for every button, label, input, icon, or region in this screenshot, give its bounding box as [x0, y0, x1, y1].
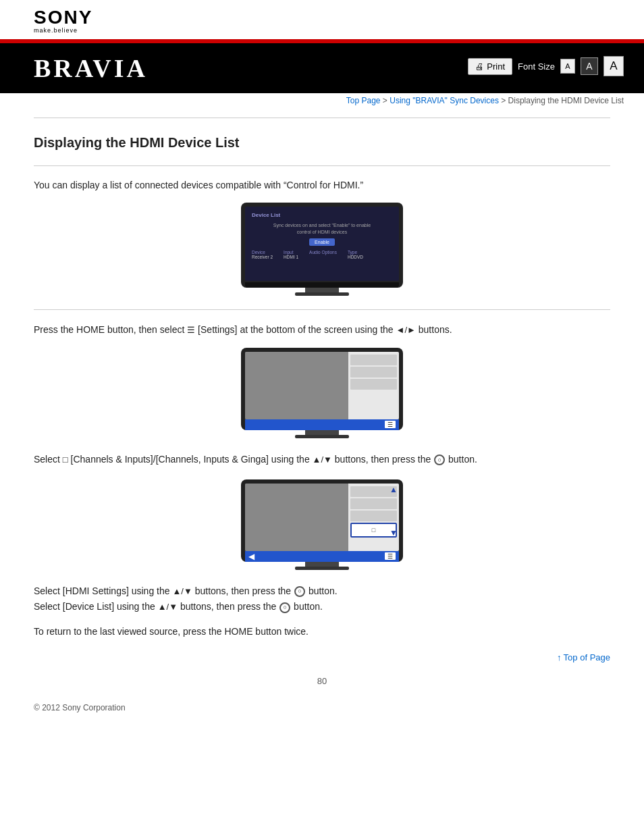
- tv-neck-3: [305, 562, 339, 567]
- channels-menu: □ ▲ ▼: [348, 484, 399, 551]
- col-device: Device: [252, 250, 273, 255]
- menu-item-2: [350, 367, 397, 377]
- up-down-arrows-3: ▲/▼: [158, 602, 178, 612]
- step3-line1: Select [HDMI Settings] using the ▲/▼ but…: [34, 583, 610, 600]
- channels-item-2: [350, 498, 397, 509]
- sony-tagline: make.believe: [34, 27, 78, 34]
- step3-line2: Select [Device List] using the ▲/▼ butto…: [34, 599, 610, 615]
- settings-screenshot-2: □ ▲ ▼ ◀ ☰: [34, 479, 610, 570]
- left-arrow-icon: ◀: [248, 552, 254, 561]
- tv-screen-1: Device List Sync devices on and select "…: [245, 207, 399, 281]
- logo-area: SONY make.believe: [0, 0, 644, 39]
- device-list-screenshot: Device List Sync devices on and select "…: [34, 203, 610, 296]
- footer: © 2012 Sony Corporation: [0, 696, 644, 726]
- breadcrumb-sep2: >: [499, 96, 508, 105]
- channels-icon: □: [63, 454, 68, 465]
- val-type: HDDVD: [348, 255, 363, 259]
- left-right-arrows: ◄/►: [396, 325, 416, 335]
- breadcrumb-top-page[interactable]: Top Page: [346, 96, 381, 105]
- tv-stand-3: [295, 562, 349, 570]
- tv-foot-2: [295, 435, 349, 438]
- up-down-arrows-2: ▲/▼: [172, 586, 192, 596]
- channels-main-area: [245, 484, 348, 551]
- header-controls: 🖨 Print Font Size A A A: [468, 56, 624, 76]
- device-list-table: Device Receiver 2 Input HDMI 1 Audio Opt…: [249, 250, 395, 259]
- main-content: Displaying the HDMI Device List You can …: [0, 118, 644, 662]
- breadcrumb-sync-devices[interactable]: Using "BRAVIA" Sync Devices: [390, 96, 499, 105]
- step2-text: Select □ [Channels & Inputs]/[Channels, …: [34, 452, 610, 467]
- tv-foot-3: [295, 567, 349, 570]
- settings-btn-icon: ☰: [385, 421, 396, 428]
- breadcrumb: Top Page > Using "BRAVIA" Sync Devices >…: [0, 93, 644, 111]
- val-device: Receiver 2: [252, 255, 273, 259]
- bravia-title: BRAVIA: [0, 49, 148, 83]
- bravia-header: BRAVIA 🖨 Print Font Size A A A: [0, 39, 644, 93]
- tv-mockup-1: Device List Sync devices on and select "…: [241, 203, 403, 288]
- tv-mockup-2: ☰: [241, 348, 403, 430]
- breadcrumb-current: Displaying the HDMI Device List: [508, 96, 624, 105]
- enable-button: Enable: [309, 238, 335, 246]
- step1-section: Press the HOME button, then select ☰ [Se…: [34, 322, 610, 467]
- circle-btn-2: ○: [294, 586, 305, 597]
- return-text: To return to the last viewed source, pre…: [34, 625, 610, 639]
- font-medium-button[interactable]: A: [581, 57, 598, 75]
- divider-2: [34, 309, 610, 310]
- col-audio: Audio Options: [309, 250, 337, 255]
- divider-top: [34, 118, 610, 118]
- tv-stand-2: [295, 430, 349, 438]
- channels-item-icon: □: [372, 527, 375, 533]
- up-down-arrows-1: ▲/▼: [313, 454, 332, 465]
- font-large-button[interactable]: A: [603, 56, 624, 76]
- sony-logo: SONY make.believe: [34, 8, 92, 34]
- page-title-section: Displaying the HDMI Device List: [34, 125, 610, 159]
- print-button[interactable]: 🖨 Print: [468, 58, 512, 75]
- sony-text: SONY: [34, 8, 92, 27]
- menu-item-3: [350, 379, 397, 390]
- top-of-page-link[interactable]: Top of Page: [564, 652, 610, 662]
- tv-mockup-3: □ ▲ ▼ ◀ ☰: [241, 479, 403, 562]
- col-type: Type: [348, 250, 363, 255]
- device-list-msg: Sync devices on and select "Enable" to e…: [249, 222, 395, 236]
- red-bar: [0, 39, 644, 43]
- tv-stand-1: [295, 288, 349, 296]
- settings-bottom-bar-1: ☰: [245, 419, 399, 430]
- channels-settings-icon: ☰: [385, 552, 396, 560]
- device-list-title: Device List: [249, 211, 395, 219]
- channels-item-3: [350, 511, 397, 521]
- settings-screenshot-1: ☰: [34, 348, 610, 438]
- settings-menu: [348, 352, 399, 419]
- val-input: HDMI 1: [284, 255, 298, 259]
- top-arrow-icon: ↑: [557, 652, 562, 662]
- page-title: Displaying the HDMI Device List: [34, 135, 240, 150]
- font-small-button[interactable]: A: [560, 59, 575, 74]
- menu-item-1: [350, 355, 397, 365]
- sidebar-down-arrow: ▼: [390, 528, 398, 538]
- print-label: Print: [487, 61, 505, 72]
- divider-1: [34, 165, 610, 166]
- sidebar-up-arrow: ▲: [390, 485, 398, 494]
- circle-btn-3: ○: [279, 602, 290, 613]
- settings-main-area: [245, 352, 348, 419]
- channels-bottom-bar: ◀ ☰: [245, 551, 399, 562]
- breadcrumb-sep1: >: [381, 96, 390, 105]
- tv-foot-1: [295, 292, 349, 296]
- tv-neck-1: [305, 288, 339, 292]
- step1-text: Press the HOME button, then select ☰ [Se…: [34, 322, 610, 338]
- tv-screen-2: [245, 352, 399, 419]
- settings-icon: ☰: [187, 325, 195, 335]
- intro-text: You can display a list of connected devi…: [34, 178, 610, 192]
- tv-neck-2: [305, 430, 339, 435]
- copyright: © 2012 Sony Corporation: [34, 703, 126, 712]
- font-size-label: Font Size: [518, 61, 555, 72]
- circle-btn-1: ○: [434, 454, 445, 465]
- final-steps: Select [HDMI Settings] using the ▲/▼ but…: [34, 583, 610, 616]
- col-input: Input: [284, 250, 298, 255]
- tv-screen-3: □ ▲ ▼: [245, 484, 399, 551]
- print-icon: 🖨: [475, 61, 484, 72]
- top-of-page: ↑Top of Page: [34, 652, 610, 662]
- tv-bottom-1: [245, 282, 399, 288]
- page-number: 80: [0, 669, 644, 696]
